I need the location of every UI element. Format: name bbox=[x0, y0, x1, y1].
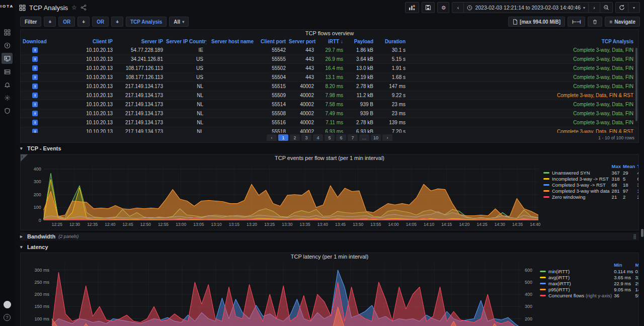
column-header-server-ip[interactable]: Server IP bbox=[116, 39, 166, 44]
iota-logo[interactable]: IOTA bbox=[1, 4, 14, 9]
download-info-icon[interactable]: i bbox=[32, 65, 38, 71]
legend-series-name[interactable]: min(iRTT) bbox=[539, 268, 613, 274]
latency-chart[interactable]: 50 ms100 ms150 ms200 ms250 ms300 ms10020… bbox=[21, 261, 539, 326]
column-header-server-host-name[interactable]: Server host name bbox=[206, 39, 257, 44]
legend-series-name[interactable]: Zero windowing bbox=[542, 194, 611, 200]
filter-chip-5[interactable]: + bbox=[111, 17, 123, 27]
legend-series-name[interactable]: Incompleted 3-way -> RST bbox=[542, 176, 611, 182]
download-info-icon[interactable]: i bbox=[32, 102, 38, 107]
section-latency[interactable]: ▾ Latency bbox=[20, 242, 639, 252]
drag-handle-icon[interactable]: ⣿ bbox=[633, 234, 637, 239]
user-avatar-icon[interactable] bbox=[4, 301, 11, 308]
sidebar-item-explore[interactable] bbox=[2, 40, 13, 51]
time-shift-back-button[interactable]: ‹ bbox=[452, 2, 464, 13]
page-button-2[interactable]: 2 bbox=[290, 134, 300, 141]
refresh-button[interactable] bbox=[615, 2, 628, 13]
legend-series-name[interactable]: Unanswered SYN bbox=[542, 170, 611, 176]
page-button-…[interactable]: … bbox=[359, 134, 369, 141]
add-panel-button[interactable] bbox=[405, 2, 419, 13]
zoom-out-button[interactable] bbox=[600, 2, 613, 13]
sidebar-item-alerting[interactable] bbox=[2, 79, 13, 90]
table-scrollbar[interactable] bbox=[635, 48, 637, 121]
legend-col-total[interactable]: Total bbox=[636, 163, 639, 170]
legend-col-max[interactable]: Max bbox=[611, 163, 622, 170]
download-info-icon[interactable]: i bbox=[32, 120, 38, 125]
section-tcp-events[interactable]: ▾ TCP - Events bbox=[20, 144, 639, 153]
page-button-10[interactable]: 10 bbox=[371, 134, 381, 141]
page-button-4[interactable]: 4 bbox=[313, 134, 323, 141]
filter-chip-2[interactable]: OR bbox=[58, 17, 75, 27]
download-info-icon[interactable]: i bbox=[32, 84, 38, 89]
page-button-6[interactable]: 6 bbox=[336, 134, 346, 141]
help-icon[interactable]: ? bbox=[4, 314, 11, 321]
column-header-server-port[interactable]: Server port bbox=[289, 39, 317, 44]
svg-text:500: 500 bbox=[525, 280, 532, 285]
events-chart[interactable]: 010020030040012:2512:3012:3512:4012:4512… bbox=[21, 162, 542, 228]
navigate-label: Navigate bbox=[614, 19, 635, 25]
column-header-duration[interactable]: Duration bbox=[376, 39, 409, 44]
legend-series-name[interactable]: Completed 3-way with data bbox=[542, 188, 611, 194]
page-button-1[interactable]: 1 bbox=[278, 134, 288, 141]
cell: 30.1 s bbox=[376, 47, 409, 53]
sidebar-item-dashboard[interactable] bbox=[2, 53, 13, 64]
series-color-icon bbox=[540, 283, 546, 284]
cell: 939 B bbox=[346, 111, 376, 116]
sidebar-item-apps[interactable] bbox=[2, 27, 13, 38]
filter-chip-7[interactable]: All▾ bbox=[169, 17, 189, 27]
trash-button[interactable] bbox=[588, 17, 602, 27]
sidebar-item-settings[interactable] bbox=[2, 92, 13, 103]
column-header-irtt[interactable]: iRTT ↓ bbox=[317, 39, 346, 44]
column-header-client-port[interactable]: Client port bbox=[257, 39, 289, 44]
navigate-button[interactable]: ≡ Navigate bbox=[605, 17, 640, 27]
download-info-icon[interactable]: i bbox=[32, 74, 38, 80]
download-info-icon[interactable]: i bbox=[32, 56, 38, 62]
sidebar-item-storage[interactable] bbox=[2, 66, 13, 77]
legend-series-name[interactable]: Concurrent flows (right y-axis) bbox=[539, 292, 613, 298]
column-header-tcp-analysis[interactable]: TCP Analysis bbox=[409, 39, 636, 44]
chevron-right-icon: ▸ bbox=[20, 234, 24, 239]
cell: 40002 bbox=[289, 120, 317, 125]
time-range-picker[interactable]: 2023-02-03 12:21:14 to 2023-02-03 14:40:… bbox=[463, 2, 589, 13]
page-button-3[interactable]: 3 bbox=[301, 134, 311, 141]
interval-button[interactable]: ⊢⊣ bbox=[568, 17, 585, 27]
page-button-7[interactable]: 7 bbox=[348, 134, 358, 141]
column-header-server-ip-country[interactable]: Server IP Country bbox=[166, 39, 206, 44]
sidebar-item-security[interactable] bbox=[2, 105, 13, 116]
svg-text:14:00: 14:00 bbox=[388, 222, 399, 227]
legend-col-mean[interactable]: Mean bbox=[622, 163, 636, 170]
time-shift-forward-button[interactable]: › bbox=[588, 2, 600, 13]
legend-col-min[interactable]: Min bbox=[613, 262, 634, 268]
filter-chip-1[interactable]: + bbox=[44, 17, 56, 27]
legend-series-name[interactable]: max(iRTT) bbox=[539, 280, 613, 286]
filter-chip-3[interactable]: + bbox=[77, 17, 90, 27]
column-header-payload[interactable]: Payload bbox=[346, 39, 376, 44]
column-header-download[interactable]: Download bbox=[23, 39, 50, 44]
page-button-5[interactable]: 5 bbox=[325, 134, 335, 141]
filter-chip-0[interactable]: Filter bbox=[20, 17, 41, 27]
legend-series-name[interactable]: Completed 3-way -> RST bbox=[542, 182, 611, 188]
download-info-icon[interactable]: i bbox=[32, 93, 38, 98]
cell: 55508 bbox=[257, 111, 289, 116]
cell: US bbox=[166, 65, 206, 71]
page-scrollbar[interactable] bbox=[641, 229, 643, 237]
legend-series-name[interactable]: avg(iRTT) bbox=[539, 274, 613, 280]
table-row: i10.10.20.1354.77.228.189IE5554244329.7 … bbox=[21, 46, 638, 55]
star-icon[interactable]: ☆ bbox=[71, 4, 77, 11]
column-header-client-ip[interactable]: Client IP bbox=[50, 39, 116, 44]
max-size-button[interactable]: [max 994.00 MiB] bbox=[508, 17, 565, 27]
page-prev-button[interactable]: ‹ bbox=[267, 134, 277, 141]
filter-chip-6[interactable]: TCP Analysis bbox=[126, 17, 167, 27]
section-bandwidth[interactable]: ▸ Bandwidth (2 panels) ⣿ bbox=[20, 232, 639, 240]
download-info-icon[interactable]: i bbox=[32, 111, 38, 116]
download-cell: i bbox=[23, 74, 50, 80]
dashboard-settings-button[interactable]: ⚙ bbox=[437, 2, 449, 13]
save-dashboard-button[interactable] bbox=[422, 2, 435, 13]
legend-col-max[interactable]: Max bbox=[634, 262, 639, 268]
legend-series-name[interactable]: p95(iRTT) bbox=[539, 286, 613, 292]
filter-chip-4[interactable]: OR bbox=[92, 17, 109, 27]
download-info-icon[interactable]: i bbox=[32, 47, 38, 53]
share-icon[interactable] bbox=[80, 5, 87, 11]
legend-stat: 318 bbox=[611, 176, 622, 182]
refresh-interval-dropdown[interactable]: ▾ bbox=[628, 2, 640, 13]
page-next-button[interactable]: › bbox=[382, 134, 392, 141]
